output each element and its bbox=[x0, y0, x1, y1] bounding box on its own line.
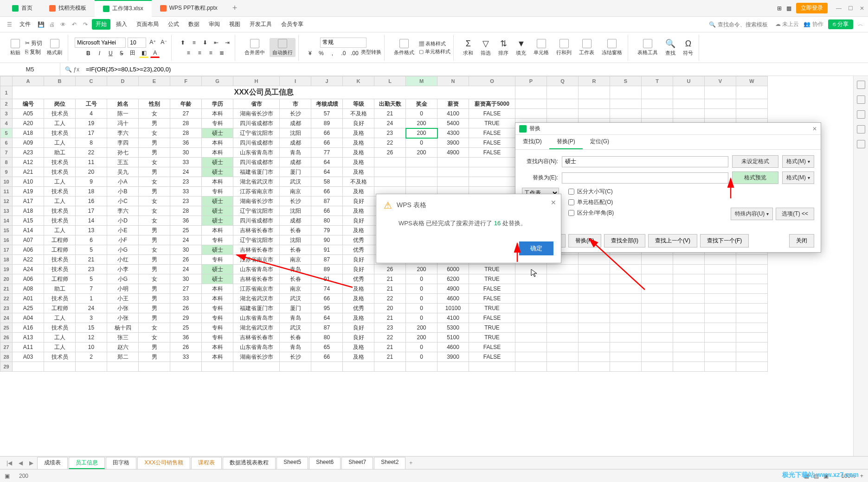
table-cell[interactable]: 厦门 bbox=[280, 304, 311, 313]
table-cell[interactable]: 王五 bbox=[107, 158, 139, 167]
table-cell[interactable]: 0 bbox=[406, 138, 437, 148]
row-header[interactable]: 12 bbox=[0, 197, 13, 206]
table-cell[interactable]: TRUE bbox=[469, 323, 515, 333]
table-cell[interactable]: 长沙 bbox=[280, 352, 311, 362]
table-cell[interactable]: 长春 bbox=[280, 245, 311, 255]
table-cell[interactable]: 33 bbox=[170, 158, 202, 167]
menu-start[interactable]: 开始 bbox=[92, 19, 110, 30]
table-cell[interactable]: 91 bbox=[311, 245, 343, 255]
column-header[interactable]: K bbox=[343, 76, 374, 86]
table-cell[interactable] bbox=[469, 167, 515, 177]
table-cell[interactable]: 200 bbox=[406, 148, 437, 158]
table-cell[interactable]: A14 bbox=[13, 226, 44, 235]
row-header[interactable]: 4 bbox=[0, 119, 13, 128]
table-cell[interactable]: FALSE bbox=[469, 138, 515, 148]
table-cell[interactable]: 沈阳 bbox=[280, 235, 311, 245]
table-cell[interactable]: 工人 bbox=[44, 138, 76, 148]
table-cell[interactable]: A21 bbox=[13, 167, 44, 177]
dialog-tab-find[interactable]: 查找(D) bbox=[515, 135, 549, 149]
table-cell[interactable]: 77 bbox=[311, 148, 343, 158]
table-cell[interactable]: 及格 bbox=[343, 206, 374, 216]
table-cell[interactable]: 95 bbox=[311, 304, 343, 313]
row-header[interactable]: 27 bbox=[0, 342, 13, 352]
table-cell[interactable]: 20 bbox=[374, 304, 406, 313]
table-cell[interactable]: 武汉 bbox=[280, 294, 311, 304]
table-tools-button[interactable]: 表格工具 bbox=[635, 38, 661, 57]
row-header[interactable]: 7 bbox=[0, 148, 13, 158]
column-header[interactable]: R bbox=[579, 76, 610, 86]
table-cell[interactable]: 四川省成都市 bbox=[233, 119, 280, 128]
table-cell[interactable] bbox=[469, 177, 515, 187]
table-cell[interactable]: A22 bbox=[13, 255, 44, 265]
table-cell[interactable]: 27 bbox=[170, 284, 202, 294]
find-input[interactable] bbox=[562, 156, 728, 167]
table-cell[interactable]: 专科 bbox=[202, 313, 233, 323]
menu-insert[interactable]: 插入 bbox=[112, 19, 131, 30]
table-cell[interactable]: 8 bbox=[76, 138, 107, 148]
type-convert[interactable]: 类型转换 bbox=[361, 49, 381, 58]
table-cell[interactable]: A19 bbox=[13, 187, 44, 197]
table-cell[interactable]: 专科 bbox=[202, 304, 233, 313]
table-cell[interactable]: 200 bbox=[406, 333, 437, 342]
table-cell[interactable]: 小张 bbox=[107, 304, 139, 313]
column-header[interactable]: P bbox=[515, 76, 547, 86]
table-cell[interactable]: A05 bbox=[13, 109, 44, 119]
table-cell[interactable]: 本科 bbox=[202, 284, 233, 294]
table-cell[interactable] bbox=[437, 167, 469, 177]
table-cell[interactable]: 良好 bbox=[343, 216, 374, 226]
alert-close-button[interactable]: ✕ bbox=[551, 199, 556, 206]
row-header[interactable]: 16 bbox=[0, 235, 13, 245]
table-cell[interactable]: 工人 bbox=[44, 333, 76, 342]
font-size-select[interactable] bbox=[128, 38, 146, 48]
collab-button[interactable]: 👥 协作 bbox=[804, 20, 823, 28]
menu-data[interactable]: 数据 bbox=[185, 19, 203, 30]
inc-decimal-icon[interactable]: .0 bbox=[339, 49, 348, 58]
table-cell[interactable]: 74 bbox=[311, 284, 343, 294]
table-cell[interactable] bbox=[374, 167, 406, 177]
table-cell[interactable]: 6 bbox=[76, 235, 107, 245]
table-cell[interactable]: FALSE bbox=[469, 148, 515, 158]
column-header[interactable]: I bbox=[280, 76, 311, 86]
table-cell[interactable]: 硕士 bbox=[202, 197, 233, 206]
table-cell[interactable]: 4900 bbox=[437, 284, 469, 294]
table-cell[interactable]: 女 bbox=[139, 245, 170, 255]
table-cell[interactable]: 沈阳 bbox=[280, 206, 311, 216]
symbol-button[interactable]: Ω符号 bbox=[680, 38, 696, 57]
table-cell[interactable]: 6000 bbox=[437, 265, 469, 274]
row-header[interactable]: 11 bbox=[0, 187, 13, 197]
table-cell[interactable]: 22 bbox=[374, 333, 406, 342]
table-cell[interactable]: 湖北省武汉市 bbox=[233, 294, 280, 304]
table-cell[interactable]: 23 bbox=[374, 323, 406, 333]
table-cell[interactable]: 87 bbox=[311, 323, 343, 333]
table-cell[interactable]: 工程师 bbox=[44, 245, 76, 255]
table-cell[interactable]: 武汉 bbox=[280, 323, 311, 333]
table-cell[interactable]: 男 bbox=[139, 284, 170, 294]
table-cell[interactable]: 及格 bbox=[343, 158, 374, 167]
table-cell[interactable]: 28 bbox=[170, 206, 202, 216]
table-cell[interactable]: 2 bbox=[76, 352, 107, 362]
table-cell[interactable]: 沈阳 bbox=[280, 128, 311, 138]
table-cell[interactable]: 四川省成都市 bbox=[233, 216, 280, 226]
dialog-tab-replace[interactable]: 替换(P) bbox=[549, 135, 583, 149]
table-cell[interactable]: 武汉 bbox=[280, 177, 311, 187]
table-cell[interactable]: 22 bbox=[374, 138, 406, 148]
file-menu[interactable]: 文件 bbox=[16, 19, 34, 30]
table-cell[interactable]: 硕士 bbox=[202, 274, 233, 284]
table-cell[interactable]: 3900 bbox=[437, 352, 469, 362]
table-cell[interactable]: 及格 bbox=[343, 342, 374, 352]
menu-formula[interactable]: 公式 bbox=[164, 19, 183, 30]
table-cell[interactable]: 男 bbox=[139, 226, 170, 235]
table-cell[interactable]: 26 bbox=[170, 255, 202, 265]
underline-button[interactable]: U bbox=[106, 49, 115, 58]
table-cell[interactable]: 长春 bbox=[280, 333, 311, 342]
table-cell[interactable]: 硕士 bbox=[202, 167, 233, 177]
column-header[interactable]: V bbox=[705, 76, 736, 86]
table-cell[interactable]: 女 bbox=[139, 197, 170, 206]
login-button[interactable]: 立即登录 bbox=[796, 3, 828, 13]
table-cell[interactable]: 4 bbox=[76, 109, 107, 119]
row-header[interactable]: 13 bbox=[0, 206, 13, 216]
table-cell[interactable]: 助工 bbox=[44, 284, 76, 294]
table-cell[interactable]: 男 bbox=[139, 167, 170, 177]
close-dialog-button[interactable]: 关闭 bbox=[789, 234, 814, 247]
table-cell[interactable]: 冯十 bbox=[107, 119, 139, 128]
